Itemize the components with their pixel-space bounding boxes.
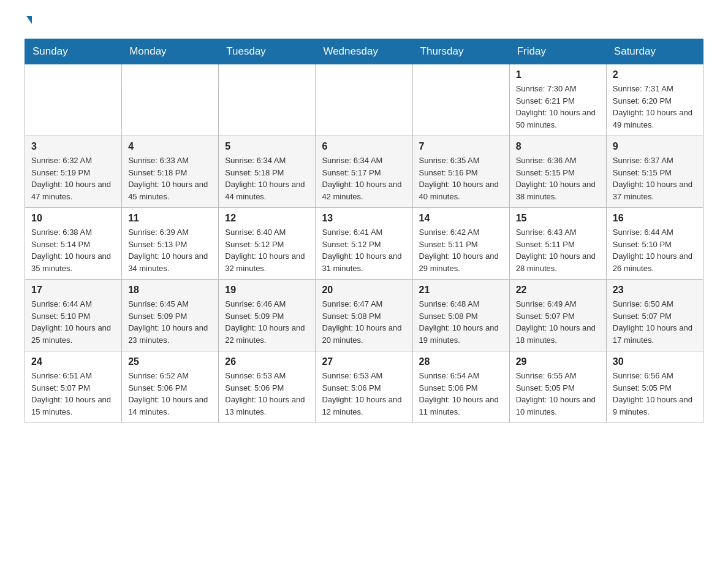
day-number: 15	[516, 213, 600, 224]
day-info: Sunrise: 6:53 AM Sunset: 5:06 PM Dayligh…	[225, 370, 309, 418]
calendar-cell	[412, 64, 509, 136]
weekday-header-saturday: Saturday	[606, 39, 703, 64]
calendar-cell: 7Sunrise: 6:35 AM Sunset: 5:16 PM Daylig…	[412, 136, 509, 208]
day-number: 2	[613, 69, 697, 80]
calendar-cell: 11Sunrise: 6:39 AM Sunset: 5:13 PM Dayli…	[122, 208, 219, 280]
day-number: 11	[128, 213, 212, 224]
day-info: Sunrise: 6:38 AM Sunset: 5:14 PM Dayligh…	[31, 226, 115, 274]
day-number: 9	[613, 141, 697, 152]
day-info: Sunrise: 6:41 AM Sunset: 5:12 PM Dayligh…	[322, 226, 406, 274]
day-number: 20	[322, 285, 406, 296]
day-number: 26	[225, 356, 309, 367]
day-info: Sunrise: 6:32 AM Sunset: 5:19 PM Dayligh…	[31, 155, 115, 202]
calendar-cell: 3Sunrise: 6:32 AM Sunset: 5:19 PM Daylig…	[25, 136, 122, 208]
day-number: 18	[128, 285, 212, 296]
day-number: 16	[613, 213, 697, 224]
day-info: Sunrise: 6:39 AM Sunset: 5:13 PM Dayligh…	[128, 226, 212, 274]
day-number: 14	[419, 213, 503, 224]
calendar-cell: 15Sunrise: 6:43 AM Sunset: 5:11 PM Dayli…	[509, 208, 606, 280]
calendar-row: 24Sunrise: 6:51 AM Sunset: 5:07 PM Dayli…	[25, 351, 703, 423]
calendar-cell: 9Sunrise: 6:37 AM Sunset: 5:15 PM Daylig…	[606, 136, 703, 208]
day-number: 19	[225, 285, 309, 296]
calendar-cell: 16Sunrise: 6:44 AM Sunset: 5:10 PM Dayli…	[606, 208, 703, 280]
calendar-cell: 23Sunrise: 6:50 AM Sunset: 5:07 PM Dayli…	[606, 280, 703, 351]
calendar-cell	[219, 64, 316, 136]
logo	[25, 18, 32, 26]
page-header	[25, 18, 703, 26]
day-number: 6	[322, 141, 406, 152]
day-info: Sunrise: 6:33 AM Sunset: 5:18 PM Dayligh…	[128, 155, 212, 202]
logo-triangle-icon	[26, 16, 32, 24]
calendar-cell: 19Sunrise: 6:46 AM Sunset: 5:09 PM Dayli…	[219, 280, 316, 351]
day-info: Sunrise: 6:52 AM Sunset: 5:06 PM Dayligh…	[128, 370, 212, 418]
day-number: 27	[322, 356, 406, 367]
calendar-cell: 22Sunrise: 6:49 AM Sunset: 5:07 PM Dayli…	[509, 280, 606, 351]
calendar-cell: 6Sunrise: 6:34 AM Sunset: 5:17 PM Daylig…	[316, 136, 412, 208]
calendar-row: 10Sunrise: 6:38 AM Sunset: 5:14 PM Dayli…	[25, 208, 703, 280]
weekday-header-friday: Friday	[509, 39, 606, 64]
day-number: 13	[322, 213, 406, 224]
weekday-header-wednesday: Wednesday	[316, 39, 412, 64]
calendar-cell: 2Sunrise: 7:31 AM Sunset: 6:20 PM Daylig…	[606, 64, 703, 136]
day-number: 25	[128, 356, 212, 367]
calendar-cell: 24Sunrise: 6:51 AM Sunset: 5:07 PM Dayli…	[25, 351, 122, 423]
calendar-cell: 26Sunrise: 6:53 AM Sunset: 5:06 PM Dayli…	[219, 351, 316, 423]
day-info: Sunrise: 6:49 AM Sunset: 5:07 PM Dayligh…	[516, 298, 600, 346]
calendar-cell: 14Sunrise: 6:42 AM Sunset: 5:11 PM Dayli…	[412, 208, 509, 280]
day-info: Sunrise: 6:47 AM Sunset: 5:08 PM Dayligh…	[322, 298, 406, 346]
calendar-row: 17Sunrise: 6:44 AM Sunset: 5:10 PM Dayli…	[25, 280, 703, 351]
weekday-header-row: SundayMondayTuesdayWednesdayThursdayFrid…	[25, 39, 703, 64]
day-info: Sunrise: 6:53 AM Sunset: 5:06 PM Dayligh…	[322, 370, 406, 418]
day-info: Sunrise: 6:43 AM Sunset: 5:11 PM Dayligh…	[516, 226, 600, 274]
day-info: Sunrise: 6:42 AM Sunset: 5:11 PM Dayligh…	[419, 226, 503, 274]
day-number: 21	[419, 285, 503, 296]
weekday-header-monday: Monday	[122, 39, 219, 64]
calendar-cell: 21Sunrise: 6:48 AM Sunset: 5:08 PM Dayli…	[412, 280, 509, 351]
day-info: Sunrise: 6:46 AM Sunset: 5:09 PM Dayligh…	[225, 298, 309, 346]
day-info: Sunrise: 6:45 AM Sunset: 5:09 PM Dayligh…	[128, 298, 212, 346]
weekday-header-sunday: Sunday	[25, 39, 122, 64]
day-info: Sunrise: 6:48 AM Sunset: 5:08 PM Dayligh…	[419, 298, 503, 346]
day-number: 23	[613, 285, 697, 296]
day-info: Sunrise: 6:44 AM Sunset: 5:10 PM Dayligh…	[613, 226, 697, 274]
calendar-cell	[25, 64, 122, 136]
day-info: Sunrise: 6:40 AM Sunset: 5:12 PM Dayligh…	[225, 226, 309, 274]
day-info: Sunrise: 6:50 AM Sunset: 5:07 PM Dayligh…	[613, 298, 697, 346]
day-number: 30	[613, 356, 697, 367]
calendar-cell: 13Sunrise: 6:41 AM Sunset: 5:12 PM Dayli…	[316, 208, 412, 280]
day-number: 8	[516, 141, 600, 152]
day-info: Sunrise: 7:31 AM Sunset: 6:20 PM Dayligh…	[613, 83, 697, 131]
day-info: Sunrise: 6:54 AM Sunset: 5:06 PM Dayligh…	[419, 370, 503, 418]
day-number: 28	[419, 356, 503, 367]
day-number: 12	[225, 213, 309, 224]
day-info: Sunrise: 6:51 AM Sunset: 5:07 PM Dayligh…	[31, 370, 115, 418]
calendar-cell: 29Sunrise: 6:55 AM Sunset: 5:05 PM Dayli…	[509, 351, 606, 423]
calendar-table: SundayMondayTuesdayWednesdayThursdayFrid…	[25, 39, 703, 423]
calendar-cell: 18Sunrise: 6:45 AM Sunset: 5:09 PM Dayli…	[122, 280, 219, 351]
day-number: 3	[31, 141, 115, 152]
calendar-cell: 8Sunrise: 6:36 AM Sunset: 5:15 PM Daylig…	[509, 136, 606, 208]
day-number: 29	[516, 356, 600, 367]
day-number: 5	[225, 141, 309, 152]
day-number: 17	[31, 285, 115, 296]
day-number: 1	[516, 69, 600, 80]
day-info: Sunrise: 7:30 AM Sunset: 6:21 PM Dayligh…	[516, 83, 600, 131]
day-info: Sunrise: 6:56 AM Sunset: 5:05 PM Dayligh…	[613, 370, 697, 418]
day-number: 22	[516, 285, 600, 296]
calendar-cell: 25Sunrise: 6:52 AM Sunset: 5:06 PM Dayli…	[122, 351, 219, 423]
calendar-cell: 20Sunrise: 6:47 AM Sunset: 5:08 PM Dayli…	[316, 280, 412, 351]
weekday-header-thursday: Thursday	[412, 39, 509, 64]
day-info: Sunrise: 6:55 AM Sunset: 5:05 PM Dayligh…	[516, 370, 600, 418]
day-number: 7	[419, 141, 503, 152]
day-number: 10	[31, 213, 115, 224]
day-info: Sunrise: 6:34 AM Sunset: 5:17 PM Dayligh…	[322, 155, 406, 202]
day-info: Sunrise: 6:36 AM Sunset: 5:15 PM Dayligh…	[516, 155, 600, 202]
weekday-header-tuesday: Tuesday	[219, 39, 316, 64]
day-info: Sunrise: 6:34 AM Sunset: 5:18 PM Dayligh…	[225, 155, 309, 202]
day-number: 4	[128, 141, 212, 152]
calendar-row: 3Sunrise: 6:32 AM Sunset: 5:19 PM Daylig…	[25, 136, 703, 208]
calendar-cell: 5Sunrise: 6:34 AM Sunset: 5:18 PM Daylig…	[219, 136, 316, 208]
day-info: Sunrise: 6:35 AM Sunset: 5:16 PM Dayligh…	[419, 155, 503, 202]
calendar-cell: 17Sunrise: 6:44 AM Sunset: 5:10 PM Dayli…	[25, 280, 122, 351]
calendar-row: 1Sunrise: 7:30 AM Sunset: 6:21 PM Daylig…	[25, 64, 703, 136]
